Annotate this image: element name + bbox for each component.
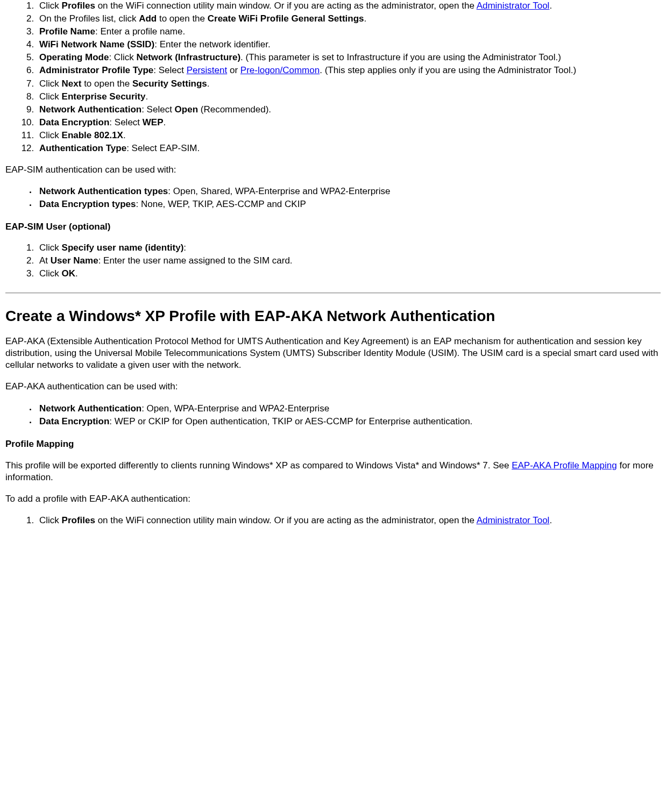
text: Click <box>39 79 62 89</box>
list-item: On the Profiles list, click Add to open … <box>37 13 661 25</box>
text: On the Profiles list, click <box>39 13 139 24</box>
ordered-list-main-steps: Click Profiles on the WiFi connection ut… <box>5 0 661 154</box>
list-item: WiFi Network Name (SSID): Enter the netw… <box>37 39 661 51</box>
text: Click <box>39 243 62 253</box>
text: . <box>75 268 78 279</box>
text: : <box>183 243 186 253</box>
bold-text: Data Encryption types <box>39 199 136 209</box>
text: . <box>145 91 148 102</box>
bold-text: Data Encryption <box>39 416 109 426</box>
list-item: Profile Name: Enter a profile name. <box>37 26 661 38</box>
list-item: Administrator Profile Type: Select Persi… <box>37 65 661 76</box>
text: Click <box>39 268 62 279</box>
bold-text: Authentication Type <box>39 143 126 153</box>
bullet-list-eap-aka-types: Network Authentication: Open, WPA-Enterp… <box>5 403 661 428</box>
text: to open the <box>81 79 132 89</box>
text: on the WiFi connection utility main wind… <box>95 515 477 525</box>
eap-aka-profile-mapping-link[interactable]: EAP-AKA Profile Mapping <box>512 460 617 471</box>
text: : Select <box>141 104 174 115</box>
text: . <box>164 117 166 127</box>
text: . <box>549 1 552 11</box>
text: : Click <box>109 52 136 62</box>
list-item: Click Next to open the Security Settings… <box>37 78 661 90</box>
bold-text: Network (Infrastructure) <box>136 52 240 62</box>
list-item: Click Profiles on the WiFi connection ut… <box>37 515 661 526</box>
paragraph-eap-aka-description: EAP-AKA (Extensible Authentication Proto… <box>5 336 661 371</box>
list-item: Network Authentication types: Open, Shar… <box>37 186 661 197</box>
text: This profile will be exported differentl… <box>5 460 512 471</box>
bold-text: Open <box>175 104 198 115</box>
bold-text: Specify user name (identity) <box>62 243 184 253</box>
ordered-list-eap-sim-user-steps: Click Specify user name (identity): At U… <box>5 242 661 280</box>
pre-logon-common-link[interactable]: Pre-logon/Common <box>240 65 320 75</box>
text: on the WiFi connection utility main wind… <box>95 1 477 11</box>
list-item: Click Specify user name (identity): <box>37 242 661 254</box>
administrator-tool-link[interactable]: Administrator Tool <box>477 1 550 11</box>
list-item: Data Encryption: Select WEP. <box>37 117 661 129</box>
text: : None, WEP, TKIP, AES-CCMP and CKIP <box>136 199 306 209</box>
bold-text: User Name <box>51 255 98 266</box>
paragraph-eap-aka-intro: EAP-AKA authentication can be used with: <box>5 381 661 393</box>
bold-text: Operating Mode <box>39 52 109 62</box>
text: (Recommended). <box>198 104 271 115</box>
text: . <box>549 515 552 525</box>
heading-profile-mapping: Profile Mapping <box>5 438 661 450</box>
bold-text: Network Authentication <box>39 403 141 414</box>
bold-text: Administrator Profile Type <box>39 65 153 75</box>
administrator-tool-link[interactable]: Administrator Tool <box>477 515 550 525</box>
bold-text: Create WiFi Profile General Settings <box>208 13 364 24</box>
text: : Select <box>109 117 142 127</box>
bold-text: Network Authentication <box>39 104 141 115</box>
bold-text: OK <box>62 268 76 279</box>
bold-text: Data Encryption <box>39 117 109 127</box>
list-item: Click Enable 802.1X. <box>37 130 661 141</box>
text: Click <box>39 515 62 525</box>
text: . <box>123 130 126 140</box>
text: to open the <box>157 13 208 24</box>
bold-text: Add <box>139 13 157 24</box>
heading-eap-sim-user: EAP-SIM User (optional) <box>5 221 661 233</box>
bold-text: Security Settings <box>132 79 207 89</box>
list-item: At User Name: Enter the user name assign… <box>37 255 661 267</box>
list-item: Data Encryption types: None, WEP, TKIP, … <box>37 198 661 210</box>
bold-text: Network Authentication types <box>39 186 168 196</box>
text: : Open, WPA-Enterprise and WPA2-Enterpri… <box>141 403 329 414</box>
paragraph-profile-mapping: This profile will be exported differentl… <box>5 460 661 483</box>
paragraph-eap-sim-intro: EAP-SIM authentication can be used with: <box>5 164 661 176</box>
text: . (This step applies only if you are usi… <box>320 65 576 75</box>
text: or <box>227 65 240 75</box>
text: : WEP or CKIP for Open authentication, T… <box>109 416 472 426</box>
text: : Select EAP-SIM. <box>126 143 200 153</box>
paragraph-add-profile-intro: To add a profile with EAP-AKA authentica… <box>5 493 661 505</box>
bold-text: Profiles <box>62 1 95 11</box>
list-item: Click Enterprise Security. <box>37 91 661 103</box>
text: At <box>39 255 51 266</box>
list-item: Click Profiles on the WiFi connection ut… <box>37 0 661 12</box>
bullet-list-eap-sim-types: Network Authentication types: Open, Shar… <box>5 186 661 210</box>
bold-text: Profile Name <box>39 26 95 37</box>
persistent-link[interactable]: Persistent <box>187 65 228 75</box>
text: Click <box>39 130 62 140</box>
bold-text: Next <box>62 79 82 89</box>
ordered-list-add-profile-steps: Click Profiles on the WiFi connection ut… <box>5 515 661 526</box>
section-divider <box>5 293 661 294</box>
bold-text: WiFi Network Name (SSID) <box>39 39 154 49</box>
list-item: Network Authentication: Open, WPA-Enterp… <box>37 403 661 415</box>
text: : Enter the network identifier. <box>154 39 270 49</box>
text: : Open, Shared, WPA-Enterprise and WPA2-… <box>168 186 390 196</box>
bold-text: Enable 802.1X <box>62 130 123 140</box>
text: . <box>207 79 210 89</box>
list-item: Operating Mode: Click Network (Infrastru… <box>37 52 661 63</box>
text: . <box>364 13 367 24</box>
list-item: Network Authentication: Select Open (Rec… <box>37 104 661 116</box>
list-item: Click OK. <box>37 268 661 280</box>
text: : Select <box>153 65 186 75</box>
text: . (This parameter is set to Infrastructu… <box>240 52 561 62</box>
text: : Enter the user name assigned to the SI… <box>98 255 293 266</box>
heading-create-xp-profile-eap-aka: Create a Windows* XP Profile with EAP-AK… <box>5 307 661 326</box>
bold-text: Profiles <box>62 515 95 525</box>
list-item: Authentication Type: Select EAP-SIM. <box>37 143 661 154</box>
text: Click <box>39 91 62 102</box>
list-item: Data Encryption: WEP or CKIP for Open au… <box>37 416 661 428</box>
bold-text: WEP <box>143 117 164 127</box>
